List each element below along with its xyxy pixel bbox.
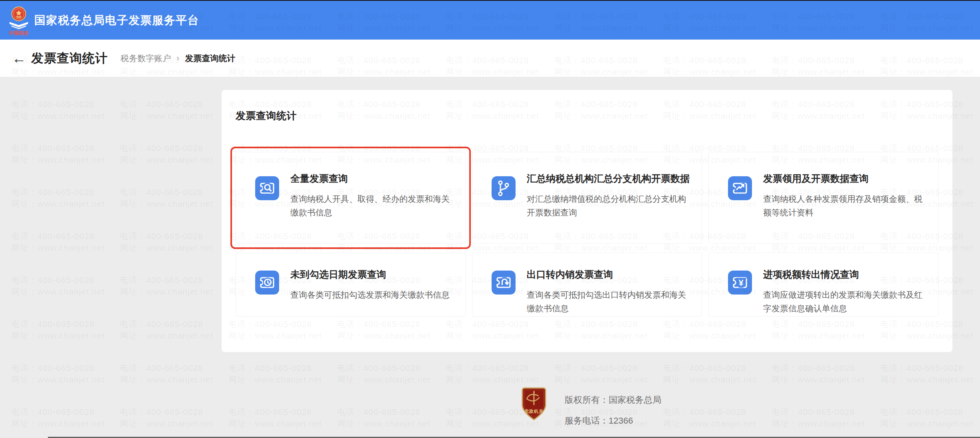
ticket-trend-icon bbox=[728, 176, 752, 200]
ticket-search-icon bbox=[255, 176, 279, 200]
invoice-query-panel: 发票查询统计 全量发票查询 查询纳税人开具、取得、经办的发票和海关缴款书信息 bbox=[222, 90, 952, 352]
watermark-tile: 电话：400-665-0028网址：www.chanjet.net bbox=[11, 98, 105, 121]
party-government-shield-icon: 党政机关 bbox=[520, 386, 548, 422]
watermark-tile: 电话：400-665-0028网址：www.chanjet.net bbox=[11, 406, 105, 429]
watermark-tile: 电话：400-665-0028网址：www.chanjet.net bbox=[880, 406, 974, 429]
back-arrow-icon[interactable]: ← bbox=[12, 51, 27, 66]
watermark-tile: 电话：400-665-0028网址：www.chanjet.net bbox=[11, 142, 105, 165]
watermark-tile: 电话：400-665-0028网址：www.chanjet.net bbox=[120, 362, 213, 385]
ticket-refresh-icon bbox=[492, 271, 516, 295]
card-title: 进项税额转出情况查询 bbox=[763, 268, 928, 281]
breadcrumb-parent[interactable]: 税务数字账户 bbox=[121, 53, 171, 64]
watermark-tile: 电话：400-665-0028网址：www.chanjet.net bbox=[446, 362, 539, 385]
tax-emblem-icon: 中国税务 bbox=[7, 6, 30, 37]
breadcrumb-separator-icon: › bbox=[177, 53, 179, 64]
card-desc: 查询应做进项转出的发票和海关缴款书及红字发票信息确认单信息 bbox=[763, 288, 928, 315]
watermark-tile: 电话：400-665-0028网址：www.chanjet.net bbox=[11, 318, 105, 341]
card-desc: 查询各类可抵扣勾选出口转内销发票和海关缴款书信息 bbox=[527, 288, 692, 315]
watermark-tile: 电话：400-665-0028网址：www.chanjet.net bbox=[228, 362, 322, 385]
watermark-tile: 电话：400-665-0028网址：www.chanjet.net bbox=[337, 406, 430, 429]
watermark-tile: 电话：400-665-0028网址：www.chanjet.net bbox=[337, 362, 430, 385]
watermark-tile: 电话：400-665-0028网址：www.chanjet.net bbox=[11, 186, 105, 209]
card-grid: 全量发票查询 查询纳税人开具、取得、经办的发票和海关缴款书信息 汇总纳税总机构汇… bbox=[236, 152, 938, 317]
card-title: 发票领用及开票数据查询 bbox=[763, 172, 928, 185]
card-full-invoice-query[interactable]: 全量发票查询 查询纳税人开具、取得、经办的发票和海关缴款书信息 bbox=[236, 152, 466, 244]
card-desc: 查询纳税人各种发票领用存及销项金额、税额等统计资料 bbox=[763, 192, 928, 219]
watermark-tile: 电话：400-665-0028网址：www.chanjet.net bbox=[772, 406, 865, 429]
watermark-tile: 电话：400-665-0028网址：www.chanjet.net bbox=[120, 274, 213, 297]
card-text: 出口转内销发票查询 查询各类可抵扣勾选出口转内销发票和海关缴款书信息 bbox=[527, 268, 692, 315]
footer: 版权所有：国家税务总局 服务电话：12366 bbox=[565, 394, 661, 427]
watermark-tile: 电话：400-665-0028网址：www.chanjet.net bbox=[120, 318, 213, 341]
badge-label: 党政机关 bbox=[524, 409, 544, 414]
card-title: 汇总纳税总机构汇总分支机构开票数据 bbox=[527, 172, 692, 185]
breadcrumb: 税务数字账户 › 发票查询统计 bbox=[121, 53, 235, 64]
watermark-tile: 电话：400-665-0028网址：www.chanjet.net bbox=[772, 362, 865, 385]
breadcrumb-current: 发票查询统计 bbox=[185, 53, 235, 64]
card-text: 汇总纳税总机构汇总分支机构开票数据 对汇总缴纳增值税的总分机构汇总分支机构开票数… bbox=[527, 172, 692, 219]
ticket-yen-icon: ¥ ¥ bbox=[728, 271, 752, 295]
page-title: 发票查询统计 bbox=[31, 50, 108, 67]
app-title: 国家税务总局电子发票服务平台 bbox=[34, 13, 199, 28]
watermark-tile: 电话：400-665-0028网址：www.chanjet.net bbox=[880, 362, 974, 385]
watermark-tile: 电话：400-665-0028网址：www.chanjet.net bbox=[120, 186, 213, 209]
watermark-tile: 电话：400-665-0028网址：www.chanjet.net bbox=[120, 406, 213, 429]
card-title: 出口转内销发票查询 bbox=[527, 268, 692, 281]
footer-copyright: 版权所有：国家税务总局 bbox=[565, 394, 661, 406]
card-desc: 查询各类可抵扣勾选发票和海关缴款书信息 bbox=[290, 288, 450, 302]
watermark-tile: 电话：400-665-0028网址：www.chanjet.net bbox=[663, 362, 756, 385]
branch-icon bbox=[492, 176, 516, 200]
card-text: 进项税额转出情况查询 查询应做进项转出的发票和海关缴款书及红字发票信息确认单信息 bbox=[763, 268, 928, 315]
watermark-tile: 电话：400-665-0028网址：www.chanjet.net bbox=[228, 406, 322, 429]
card-text: 发票领用及开票数据查询 查询纳税人各种发票领用存及销项金额、税额等统计资料 bbox=[763, 172, 928, 219]
card-desc: 对汇总缴纳增值税的总分机构汇总分支机构开票数据查询 bbox=[527, 192, 692, 219]
page-header-bar: ← 发票查询统计 税务数字账户 › 发票查询统计 bbox=[0, 40, 980, 77]
app-header: 中国税务 国家税务总局电子发票服务平台 bbox=[0, 1, 980, 40]
svg-text:¥: ¥ bbox=[738, 278, 744, 288]
card-desc: 查询纳税人开具、取得、经办的发票和海关缴款书信息 bbox=[290, 192, 456, 219]
ticket-clock-icon bbox=[255, 271, 279, 295]
card-text: 全量发票查询 查询纳税人开具、取得、经办的发票和海关缴款书信息 bbox=[290, 172, 456, 219]
panel-title: 发票查询统计 bbox=[222, 90, 952, 122]
watermark-tile: 电话：400-665-0028网址：www.chanjet.net bbox=[11, 274, 105, 297]
watermark-tile: 电话：400-665-0028网址：www.chanjet.net bbox=[120, 98, 213, 121]
footer-service-phone: 服务电话：12366 bbox=[565, 415, 661, 427]
watermark-tile: 电话：400-665-0028网址：www.chanjet.net bbox=[663, 406, 756, 429]
card-pre-check-date-invoice-query[interactable]: 未到勾选日期发票查询 查询各类可抵扣勾选发票和海关缴款书信息 bbox=[236, 253, 466, 317]
watermark-tile: 电话：400-665-0028网址：www.chanjet.net bbox=[554, 362, 648, 385]
watermark-tile: 电话：400-665-0028网址：www.chanjet.net bbox=[120, 142, 213, 165]
card-title: 全量发票查询 bbox=[290, 172, 456, 185]
card-title: 未到勾选日期发票查询 bbox=[290, 268, 450, 281]
watermark-tile: 电话：400-665-0028网址：www.chanjet.net bbox=[120, 230, 213, 253]
card-export-to-domestic-invoice-query[interactable]: 出口转内销发票查询 查询各类可抵扣勾选出口转内销发票和海关缴款书信息 bbox=[472, 253, 702, 317]
logo-caption: 中国税务 bbox=[9, 30, 29, 36]
watermark-tile: 电话：400-665-0028网址：www.chanjet.net bbox=[11, 362, 105, 385]
card-input-tax-transfer-query[interactable]: ¥ ¥ 进项税额转出情况查询 查询应做进项转出的发票和海关缴款书及红字发票信息确… bbox=[708, 253, 938, 317]
card-text: 未到勾选日期发票查询 查询各类可抵扣勾选发票和海关缴款书信息 bbox=[290, 268, 450, 302]
watermark-tile: 电话：400-665-0028网址：www.chanjet.net bbox=[11, 230, 105, 253]
card-consolidated-branch-data[interactable]: 汇总纳税总机构汇总分支机构开票数据 对汇总缴纳增值税的总分机构汇总分支机构开票数… bbox=[472, 152, 702, 244]
card-invoice-issuance-data-query[interactable]: 发票领用及开票数据查询 查询纳税人各种发票领用存及销项金额、税额等统计资料 bbox=[708, 152, 938, 244]
window-top-edge bbox=[0, 0, 980, 1]
